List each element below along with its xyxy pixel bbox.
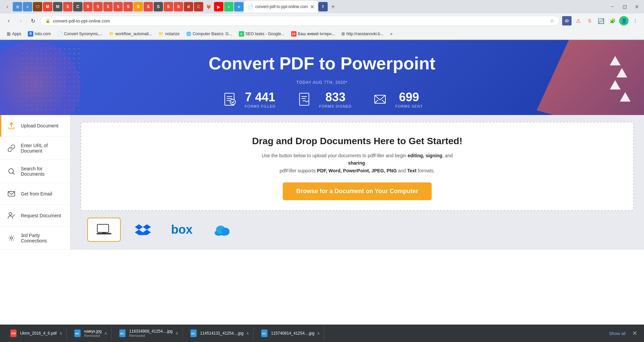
computer-storage-icon[interactable] bbox=[87, 218, 121, 242]
sidebar-item-email[interactable]: Get from Email bbox=[0, 183, 70, 205]
bookmark-ukr-icon: 24 bbox=[291, 31, 297, 37]
download-3-chevron[interactable]: ∧ bbox=[246, 331, 249, 336]
tab-15[interactable]: S bbox=[164, 2, 173, 11]
extensions-icon[interactable]: iD bbox=[562, 16, 572, 25]
bookmark-computer-basics[interactable]: 🌐 Computer Basics: G... bbox=[183, 31, 234, 37]
tab-23[interactable]: f bbox=[318, 2, 328, 11]
sidebar-item-url[interactable]: Enter URL of Document bbox=[0, 137, 70, 160]
tab-3[interactable]: M bbox=[43, 2, 52, 11]
active-tab-favicon: 📄 bbox=[248, 4, 253, 9]
tab-16[interactable]: S bbox=[174, 2, 183, 11]
tab-10[interactable]: S bbox=[113, 2, 123, 11]
tab-20[interactable]: ▶ bbox=[214, 2, 223, 11]
tab-nav-back[interactable]: ‹ bbox=[3, 2, 12, 11]
svg-text:IMG: IMG bbox=[191, 333, 195, 335]
img-file-icon-1: IMG bbox=[73, 329, 82, 338]
svg-text:PDF: PDF bbox=[11, 332, 16, 335]
bookmark-ukr[interactable]: 24 Ваш живий Інтерн... bbox=[288, 31, 338, 37]
content-area: Drag and Drop Documents Here to Get Star… bbox=[70, 115, 644, 250]
window-controls: − ⊡ ✕ bbox=[608, 2, 641, 11]
active-tab-close[interactable]: ✕ bbox=[310, 4, 314, 10]
nav-icon-3[interactable]: S bbox=[585, 16, 594, 25]
tab-5[interactable]: S bbox=[63, 2, 72, 11]
tab-6[interactable]: C bbox=[73, 2, 83, 11]
back-button[interactable]: ‹ bbox=[4, 16, 13, 25]
tab-7[interactable]: S bbox=[83, 2, 93, 11]
menu-button[interactable]: ⋮ bbox=[631, 16, 640, 25]
tab-13[interactable]: S bbox=[144, 2, 153, 11]
link-icon bbox=[7, 144, 16, 153]
hero-section: Convert PDF to Powerpoint TODAY AUG 7TH,… bbox=[0, 40, 644, 115]
bookmark-ukr-label: Ваш живий Інтерн... bbox=[298, 32, 335, 36]
tab-2[interactable]: 🛡 bbox=[33, 2, 42, 11]
nav-icon-2[interactable]: ⚠ bbox=[574, 16, 583, 25]
download-4-chevron[interactable]: ∧ bbox=[317, 331, 320, 336]
tab-12[interactable]: S bbox=[133, 2, 143, 11]
hero-date: TODAY AUG 7TH, 2020* bbox=[0, 80, 644, 85]
tab-19[interactable]: 🦊 bbox=[204, 2, 213, 11]
search-icon bbox=[7, 167, 16, 176]
bookmark-workflow[interactable]: 📁 workflow_automati... bbox=[106, 31, 155, 37]
sidebar-item-3rdparty[interactable]: 3rd Party Connections bbox=[0, 227, 70, 250]
download-item-0: PDF Ukrm_2016_4_6.pdf ∧ bbox=[5, 327, 67, 340]
bookmark-apps[interactable]: ⊞ Apps bbox=[4, 31, 24, 37]
tab-21[interactable]: + bbox=[224, 2, 233, 11]
bookmark-seo-icon: + bbox=[239, 31, 244, 37]
onedrive-storage-icon[interactable] bbox=[204, 218, 237, 242]
tab-1[interactable]: ≡ bbox=[23, 2, 32, 11]
bookmarks-bar: ⊞ Apps B Istio.com 📄 Convert Synonyms,..… bbox=[0, 28, 644, 40]
sidebar-request-label: Request Document bbox=[21, 213, 61, 218]
download-1-chevron[interactable]: ∧ bbox=[104, 331, 107, 336]
bookmark-more-icon: » bbox=[390, 32, 392, 36]
reload-button[interactable]: ↻ bbox=[28, 16, 38, 25]
stats-row: 7 441 FORMS FILLED bbox=[0, 90, 644, 108]
tab-4[interactable]: M bbox=[53, 2, 62, 11]
download-2-chevron[interactable]: ∧ bbox=[175, 331, 178, 336]
maximize-button[interactable]: ⊡ bbox=[620, 2, 629, 11]
download-1-info: намук.jpg Removed bbox=[84, 329, 102, 338]
address-bar[interactable]: 🔒 convert-pdf-to-ppt-online.com ☆ bbox=[40, 16, 559, 26]
tab-9[interactable]: S bbox=[103, 2, 113, 11]
stat-signed-label: FORMS SIGNED bbox=[319, 104, 352, 108]
nav-icon-4[interactable]: 🔃 bbox=[596, 16, 606, 25]
bookmark-rasstanovki[interactable]: ⊞ http://rasstanovki.b... bbox=[339, 31, 386, 37]
bookmark-star-icon[interactable]: ☆ bbox=[550, 18, 554, 24]
box-storage-icon[interactable]: box bbox=[165, 218, 199, 242]
sidebar-item-search[interactable]: Search for Documents bbox=[0, 160, 70, 183]
tab-14[interactable]: S bbox=[154, 2, 163, 11]
download-bar-close[interactable]: ✕ bbox=[631, 328, 639, 338]
active-tab-label: convert-pdf-to-ppt-online.com bbox=[255, 4, 308, 9]
bookmark-seo[interactable]: + SEO tasks - Google... bbox=[236, 31, 287, 37]
dropzone-formats-1: pdfFiller supports bbox=[280, 168, 317, 173]
active-tab[interactable]: 📄 convert-pdf-to-ppt-online.com ✕ bbox=[244, 1, 318, 13]
request-doc-icon bbox=[7, 211, 16, 220]
bookmark-istio[interactable]: B Istio.com bbox=[25, 31, 53, 37]
sidebar-item-request[interactable]: Request Document bbox=[0, 205, 70, 227]
bookmark-notarize[interactable]: 📁 notarize bbox=[156, 31, 182, 37]
forward-button[interactable]: › bbox=[16, 16, 25, 25]
tab-17[interactable]: d bbox=[184, 2, 193, 11]
stat-signed-number: 833 bbox=[319, 90, 352, 104]
sidebar-item-upload[interactable]: Upload Document bbox=[0, 115, 70, 137]
dropbox-storage-icon[interactable] bbox=[126, 218, 160, 242]
extensions-puzzle-icon[interactable]: 🧩 bbox=[608, 16, 617, 25]
profile-button[interactable]: 👤 bbox=[619, 16, 629, 25]
img-file-icon-3: IMG bbox=[190, 329, 198, 338]
close-button[interactable]: ✕ bbox=[632, 2, 641, 11]
browse-computer-button[interactable]: Browse for a Document on Your Computer bbox=[283, 182, 431, 200]
cloud-storage-row: box bbox=[80, 218, 634, 242]
sidebar-upload-label: Upload Document bbox=[21, 123, 58, 128]
tab-18[interactable]: C bbox=[194, 2, 203, 11]
tab-8[interactable]: S bbox=[93, 2, 103, 11]
tab-0[interactable]: ⊞ bbox=[13, 2, 22, 11]
dropzone-bold-editing: editing, signing bbox=[408, 153, 442, 158]
minimize-button[interactable]: − bbox=[608, 2, 617, 11]
show-all-button[interactable]: Show all bbox=[606, 330, 628, 337]
pdf-file-icon: PDF bbox=[9, 329, 17, 338]
tab-11[interactable]: S bbox=[123, 2, 133, 11]
new-tab-button[interactable]: + bbox=[328, 2, 338, 11]
bookmark-convert[interactable]: 📄 Convert Synonyms,... bbox=[55, 31, 105, 37]
tab-22[interactable]: ≡ bbox=[234, 2, 244, 11]
download-0-chevron[interactable]: ∧ bbox=[59, 331, 62, 336]
bookmark-more[interactable]: » bbox=[387, 31, 395, 37]
